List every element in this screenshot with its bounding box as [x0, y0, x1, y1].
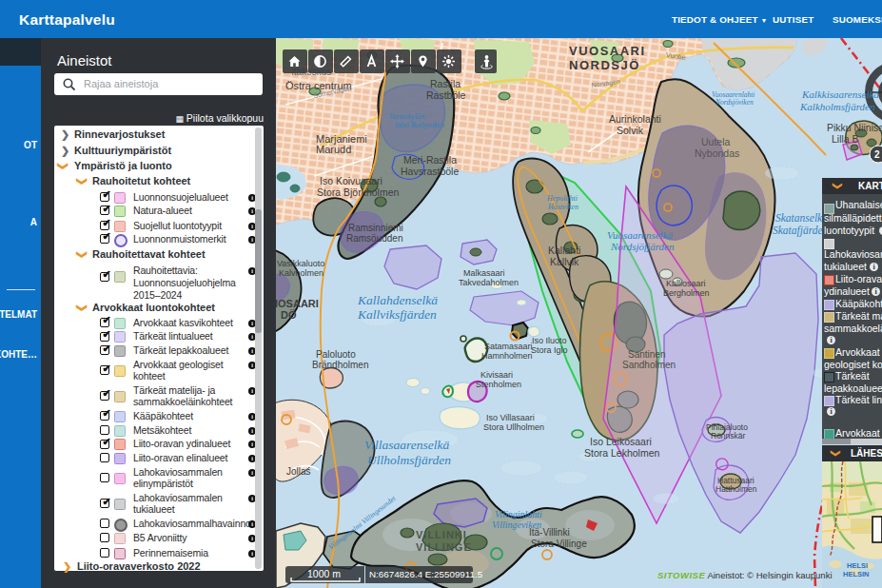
svg-text:VUOSAARI: VUOSAARI [569, 44, 646, 58]
svg-text:Stora Villinge: Stora Villinge [531, 539, 587, 549]
svg-text:Takvedaholmen: Takvedaholmen [459, 278, 519, 287]
svg-text:Solvik: Solvik [617, 125, 644, 136]
svg-text:Sandholmen: Sandholmen [622, 360, 676, 370]
svg-text:Villasaarenselkä: Villasaarenselkä [364, 438, 449, 452]
svg-text:Hamnholmen: Hamnholmen [481, 351, 533, 361]
svg-text:Jollas: Jollas [286, 466, 311, 477]
svg-text:Havsrastböle: Havsrastböle [401, 166, 459, 177]
svg-text:Ramsinniemi: Ramsinniemi [348, 223, 403, 233]
svg-text:Satamasaari: Satamasaari [484, 342, 533, 351]
svg-text:Hepolahti: Hepolahti [546, 194, 578, 203]
svg-text:Vasikkaluoto: Vasikkaluoto [277, 259, 324, 268]
svg-text:Villingeviken: Villingeviken [492, 519, 541, 530]
svg-text:Lilla B: Lilla B [832, 133, 859, 145]
svg-text:HELSIN: HELSIN [843, 570, 870, 578]
svg-text:Rastila: Rastila [430, 78, 461, 89]
svg-text:Stora Björkholmen: Stora Björkholmen [317, 186, 400, 198]
svg-text:Uutela: Uutela [701, 136, 731, 147]
svg-text:Paloluoto: Paloluoto [316, 349, 356, 360]
svg-text:Nordsjöviken: Nordsjöviken [715, 98, 754, 107]
svg-text:Pikku Niinisaari: Pikku Niinisaari [827, 122, 882, 133]
svg-text:Stora Lekholmen: Stora Lekholmen [584, 447, 660, 459]
svg-text:Ramsöudden: Ramsöudden [346, 233, 402, 244]
svg-text:Stora Ullholmen: Stora Ullholmen [483, 422, 544, 432]
svg-text:Iso Villasaari: Iso Villasaari [486, 413, 535, 422]
svg-text:Vartiokylän: Vartiokylän [389, 112, 424, 121]
svg-text:Ullholmsfjärden: Ullholmsfjärden [367, 453, 451, 467]
svg-text:Hattholmen: Hattholmen [715, 484, 757, 494]
svg-text:NORDSJÖ: NORDSJÖ [569, 58, 640, 72]
svg-text:Kallvik: Kallvik [550, 256, 579, 267]
svg-text:Iso Iluoto: Iso Iluoto [532, 336, 567, 345]
svg-text:Kalkholmsfjärden: Kalkholmsfjärden [799, 101, 875, 112]
svg-text:VILLINKI: VILLINKI [416, 529, 467, 540]
svg-text:Skatafjärden: Skatafjärden [773, 225, 829, 237]
svg-text:Aurinkolahti: Aurinkolahti [609, 113, 661, 125]
svg-text:Kallahti: Kallahti [548, 245, 580, 256]
svg-text:Rastböle: Rastböle [426, 89, 466, 101]
svg-text:2: 2 [874, 149, 880, 160]
svg-text:Rönnskär: Rönnskär [711, 431, 746, 441]
svg-text:Stora Iglo: Stora Iglo [531, 345, 568, 355]
svg-text:Kallahdenselkä: Kallahdenselkä [357, 293, 438, 307]
svg-text:Skatanselkä: Skatanselkä [775, 212, 828, 224]
svg-text:Kalkkisaarenselkä: Kalkkisaarenselkä [801, 88, 879, 100]
svg-text:Vilinginlahti: Vilinginlahti [495, 509, 542, 519]
svg-text:lahti Botbyviken: lahti Botbyviken [395, 121, 444, 129]
svg-text:Kallviksfjärden: Kallviksfjärden [357, 307, 437, 322]
svg-text:Meri-Rastila: Meri-Rastila [403, 154, 457, 166]
svg-text:Iso Leikosaari: Iso Leikosaari [590, 436, 652, 447]
svg-text:HELSI: HELSI [847, 561, 868, 570]
svg-text:Marudd: Marudd [316, 144, 351, 155]
svg-text:Nybondas: Nybondas [695, 147, 739, 159]
svg-text:Santinen: Santinen [628, 349, 665, 360]
svg-text:Brändholmen: Brändholmen [312, 360, 368, 370]
svg-text:Malkasaari: Malkasaari [463, 268, 505, 278]
svg-text:Kalvholmen: Kalvholmen [279, 268, 323, 278]
svg-text:Bergholmen: Bergholmen [663, 288, 710, 298]
svg-text:Kalliosaari: Kalliosaari [666, 279, 706, 288]
svg-text:Iso Koivusaari: Iso Koivusaari [320, 175, 382, 186]
svg-text:IOSAARI: IOSAARI [276, 298, 319, 309]
svg-text:Nordsjöfjärden: Nordsjöfjärden [610, 241, 675, 252]
svg-text:Vuosaarenselkä: Vuosaarenselkä [607, 229, 674, 241]
svg-text:Kivisaari: Kivisaari [480, 370, 513, 380]
svg-text:Stenholmen: Stenholmen [476, 380, 521, 389]
svg-text:DÖ: DÖ [281, 309, 297, 321]
svg-text:VILLINGE: VILLINGE [416, 541, 472, 553]
svg-text:Hästviken: Hästviken [547, 203, 578, 211]
